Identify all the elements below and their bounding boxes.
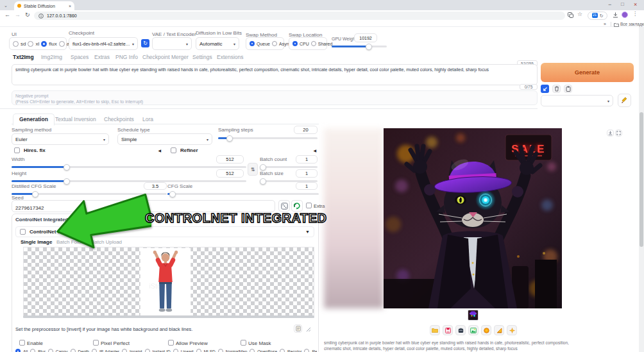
slider-handle[interactable] (64, 164, 70, 171)
tab-extras[interactable]: Extras (94, 54, 110, 60)
distilled-cfg-input[interactable]: 3.5 (144, 182, 167, 190)
reuse-seed-button[interactable] (291, 200, 303, 212)
tab-png-info[interactable]: PNG Info (115, 54, 138, 60)
vae-select[interactable]: ▾ (152, 37, 192, 50)
measure-button[interactable] (494, 325, 504, 335)
control-type-instant-id-radio[interactable] (145, 349, 150, 352)
profile-avatar[interactable] (622, 12, 628, 18)
slider-handle[interactable] (169, 191, 176, 197)
control-type-canny-radio[interactable] (48, 349, 53, 352)
control-type-inpaint-radio[interactable] (122, 349, 127, 352)
enhance-button[interactable] (507, 325, 517, 335)
batch-count-input[interactable]: 1 (296, 155, 318, 163)
pixel-perfect-checkbox[interactable] (93, 340, 99, 346)
height-input[interactable]: 512 (216, 169, 244, 178)
checkpoint-select[interactable]: flux1-dev-bnb-nf4-v2.safetensors▾ (69, 37, 138, 50)
window-minimize-button[interactable]: − (608, 2, 611, 8)
tab-close-icon[interactable]: × (69, 4, 71, 8)
control-type-reference-radio[interactable] (304, 349, 309, 352)
bookmarks-all-label[interactable]: Все закладки (620, 22, 644, 26)
bookmarks-overflow-icon[interactable]: » (604, 22, 606, 26)
control-type-lineart-radio[interactable] (173, 349, 178, 352)
tab-spaces[interactable]: Spaces (71, 54, 89, 60)
refiner-accordion[interactable]: Refiner ◀ (168, 145, 319, 155)
control-type-mlsd-radio[interactable] (196, 349, 201, 352)
browser-tab[interactable]: Stable Diffusion × (14, 1, 74, 10)
generate-button[interactable]: Generate (541, 63, 634, 82)
swap-location-shared-radio[interactable] (311, 41, 316, 46)
tab-single-image[interactable]: Single Image (21, 239, 52, 245)
apply-style-button[interactable] (564, 85, 572, 93)
slider-handle[interactable] (226, 135, 233, 142)
edit-styles-button[interactable] (618, 94, 631, 107)
height-slider[interactable] (12, 180, 246, 182)
tab-textual-inversion[interactable]: Textual Inversion (55, 116, 96, 122)
forward-icon[interactable]: → (15, 12, 21, 18)
width-slider[interactable] (12, 166, 246, 168)
negative-prompt-box[interactable]: Negative prompt (Press Ctrl+Enter to gen… (12, 90, 538, 105)
refiner-checkbox[interactable] (171, 147, 176, 153)
slider-handle[interactable] (32, 191, 38, 197)
generated-image[interactable]: SALE SALE (384, 128, 562, 308)
swap-method-async-radio[interactable] (272, 41, 277, 46)
gpu-weights-input[interactable]: 10192 (354, 33, 377, 42)
styles-select[interactable]: ▾ (541, 95, 613, 106)
allow-preview-checkbox[interactable] (168, 340, 174, 346)
schedule-type-select[interactable]: Simple▾ (117, 133, 212, 145)
slider-handle[interactable] (366, 44, 372, 50)
tab-checkpoint-merger[interactable]: Checkpoint Merger (142, 54, 189, 60)
paste-params-button[interactable] (541, 85, 549, 93)
control-type-all-radio[interactable] (15, 349, 21, 352)
url-bar[interactable]: 127.0.0.1:7860 (34, 12, 565, 20)
save-image-button[interactable] (443, 325, 453, 335)
hires-fix-checkbox[interactable] (14, 147, 20, 153)
controlnet-input-image[interactable]: iStock (140, 248, 191, 317)
resize-handle-icon[interactable] (306, 327, 311, 332)
download-image-button[interactable] (607, 130, 614, 137)
prompt-input[interactable]: smiling cyberpunk cat in purple bowler h… (12, 65, 537, 85)
window-close-button[interactable]: × (634, 2, 637, 8)
ui-radio-flux[interactable] (41, 41, 47, 47)
site-info-icon[interactable] (38, 13, 44, 19)
width-input[interactable]: 512 (216, 155, 244, 163)
reload-icon[interactable]: ↻ (25, 12, 30, 18)
extensions-pill[interactable]: 21 ↻ (588, 12, 607, 20)
control-type-openpose-radio[interactable] (250, 349, 255, 352)
extra-seed-checkbox[interactable] (306, 203, 312, 208)
ui-radio-all[interactable] (59, 41, 65, 47)
tab-checkpoints[interactable]: Checkpoints (104, 116, 134, 122)
gpu-weights-slider[interactable] (332, 46, 387, 47)
control-type-ip-adapter-radio[interactable] (92, 349, 97, 352)
tab-search-icon[interactable]: ⌄ (4, 3, 8, 8)
bookmarks-folder-icon[interactable] (614, 22, 619, 27)
window-maximize-button[interactable]: □ (621, 2, 624, 7)
page-scrollbar-thumb[interactable] (640, 112, 643, 247)
sampling-steps-slider[interactable] (218, 137, 318, 139)
controlnet-unit-checkbox[interactable] (20, 229, 26, 235)
slider-handle[interactable] (64, 178, 70, 185)
sampling-method-select[interactable]: Euler▾ (12, 133, 109, 145)
ui-radio-xl[interactable] (28, 41, 33, 47)
send-to-process-button[interactable] (481, 325, 491, 335)
translate-icon[interactable] (568, 12, 573, 18)
download-toolbar-icon[interactable] (613, 12, 618, 18)
tab-generation[interactable]: Generation (13, 113, 55, 126)
swap-location-cpu-radio[interactable] (292, 41, 298, 46)
use-mask-checkbox[interactable] (241, 340, 246, 346)
tab-lora[interactable]: Lora (142, 116, 153, 122)
dropzone-scrollbar[interactable] (23, 315, 314, 318)
clear-prompt-button[interactable] (552, 85, 561, 93)
slider-handle[interactable] (260, 164, 266, 171)
tab-extensions[interactable]: Extensions (217, 54, 244, 60)
browser-menu-icon[interactable]: ⋮ (632, 12, 638, 17)
open-notes-button[interactable] (294, 324, 302, 333)
tab-settings[interactable]: Settings (192, 54, 212, 60)
back-icon[interactable]: ← (4, 12, 10, 18)
slider-handle[interactable] (260, 178, 266, 185)
swap-dimensions-button[interactable]: ⇅ (248, 163, 258, 176)
gallery-thumbnail[interactable] (468, 310, 479, 321)
open-folder-button[interactable] (430, 325, 440, 335)
batch-size-input[interactable]: 1 (296, 169, 318, 178)
random-seed-button[interactable] (278, 200, 290, 212)
refresh-checkpoint-button[interactable]: ↻ (141, 39, 149, 47)
